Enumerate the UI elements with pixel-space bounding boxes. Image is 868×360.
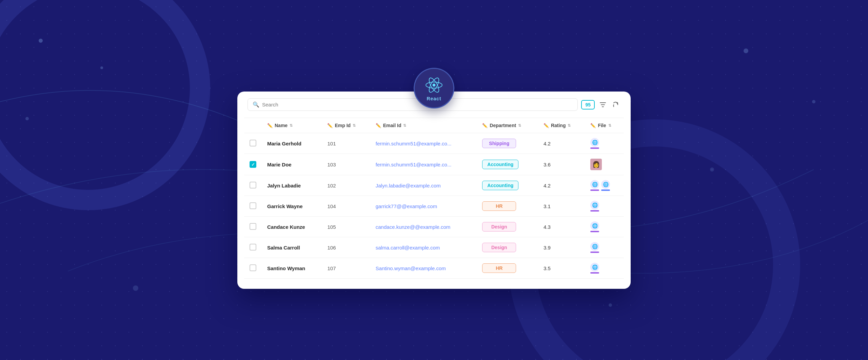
cell-emp-id: 102 (322, 175, 370, 196)
globe-icon: 🌐 (590, 201, 599, 209)
cell-file: 🌐 (585, 237, 624, 258)
email-link[interactable]: salma.carroll@example.com (376, 245, 440, 251)
cell-name: Salma Carroll (262, 237, 322, 258)
row-checkbox[interactable] (250, 264, 256, 271)
header-department: ✏️ Department ⇅ (477, 118, 538, 133)
refresh-button[interactable] (611, 100, 620, 109)
department-badge: HR (482, 201, 516, 211)
toolbar-right: 95 (581, 100, 620, 109)
row-checkbox[interactable] (250, 244, 256, 251)
sort-icon-name[interactable]: ⇅ (290, 123, 293, 128)
cell-email[interactable]: fermin.schumm51@example.co... (370, 133, 477, 154)
cell-email[interactable]: candace.kunze@@example.com (370, 217, 477, 237)
email-link[interactable]: fermin.schumm51@example.co... (376, 162, 452, 167)
cell-file: 🌐🌐 (585, 175, 624, 196)
svg-point-6 (133, 285, 138, 291)
file-icon-item[interactable]: 👩 (590, 159, 602, 170)
header-emp-id: ✏️ Emp Id ⇅ (322, 118, 370, 133)
cell-file: 🌐 (585, 217, 624, 237)
svg-point-5 (710, 167, 714, 172)
react-logo: React (414, 68, 454, 108)
file-icon-item[interactable]: 🌐 (601, 180, 610, 191)
table-row: Garrick Wayne104garrick77@@example.comHR… (244, 196, 624, 217)
sort-icon-file[interactable]: ⇅ (608, 123, 611, 128)
avatar: 👩 (590, 159, 602, 170)
react-logo-container: React (414, 68, 454, 108)
file-bar (590, 272, 599, 274)
react-icon (424, 75, 444, 95)
filter-button[interactable] (598, 100, 608, 109)
sort-icon-rating[interactable]: ⇅ (568, 123, 571, 128)
department-badge: Accounting (482, 181, 518, 190)
record-count-badge: 95 (581, 100, 595, 109)
cell-file: 🌐 (585, 133, 624, 154)
svg-point-1 (100, 66, 103, 69)
file-bar (590, 189, 599, 191)
file-bar (590, 210, 599, 212)
cell-name: Candace Kunze (262, 217, 322, 237)
header-rating: ✏️ Rating ⇅ (538, 118, 585, 133)
email-link[interactable]: candace.kunze@@example.com (376, 224, 451, 230)
cell-file: 🌐 (585, 196, 624, 217)
sort-icon-empid[interactable]: ⇅ (353, 123, 356, 128)
svg-point-0 (39, 39, 43, 43)
pencil-icon-email: ✏️ (376, 123, 381, 128)
cell-email[interactable]: garrick77@@example.com (370, 196, 477, 217)
pencil-icon-file: ✏️ (590, 123, 596, 128)
cell-rating: 3.1 (538, 196, 585, 217)
table-wrapper: ✏️ Name ⇅ ✏️ Emp Id ⇅ (237, 118, 631, 279)
cell-emp-id: 105 (322, 217, 370, 237)
department-badge: Design (482, 243, 516, 252)
cell-email[interactable]: salma.carroll@example.com (370, 237, 477, 258)
email-link[interactable]: Jalyn.labadie@example.com (376, 183, 441, 188)
table-row: Santino Wyman107Santino.wyman@example.co… (244, 258, 624, 279)
sort-icon-email[interactable]: ⇅ (403, 123, 406, 128)
svg-point-8 (433, 84, 436, 87)
email-link[interactable]: garrick77@@example.com (376, 203, 437, 209)
cell-rating: 4.2 (538, 133, 585, 154)
cell-emp-id: 101 (322, 133, 370, 154)
cell-name: Garrick Wayne (262, 196, 322, 217)
row-checkbox[interactable] (250, 161, 256, 168)
sort-icon-dept[interactable]: ⇅ (518, 123, 521, 128)
globe-icon: 🌐 (590, 138, 599, 147)
file-icon-item[interactable]: 🌐 (590, 201, 599, 212)
file-icon-item[interactable]: 🌐 (590, 242, 599, 253)
file-icon-item[interactable]: 🌐 (590, 138, 599, 149)
cell-email[interactable]: fermin.schumm51@example.co... (370, 154, 477, 175)
email-link[interactable]: Santino.wyman@example.com (376, 265, 446, 271)
cell-department: Design (477, 237, 538, 258)
header-file: ✏️ File ⇅ (585, 118, 624, 133)
cell-name: Santino Wyman (262, 258, 322, 279)
table-body: Maria Gerhold101fermin.schumm51@example.… (244, 133, 624, 279)
cell-department: Shipping (477, 133, 538, 154)
cell-name: Jalyn Labadie (262, 175, 322, 196)
row-checkbox[interactable] (250, 202, 256, 209)
cell-emp-id: 106 (322, 237, 370, 258)
row-checkbox[interactable] (250, 140, 256, 146)
file-icon-item[interactable]: 🌐 (590, 221, 599, 232)
file-bar (590, 252, 599, 253)
cell-department: Design (477, 217, 538, 237)
cell-email[interactable]: Santino.wyman@example.com (370, 258, 477, 279)
cell-department: Accounting (477, 175, 538, 196)
file-icon-item[interactable]: 🌐 (590, 263, 599, 274)
row-checkbox[interactable] (250, 223, 256, 230)
globe-icon: 🌐 (590, 221, 599, 230)
cell-rating: 3.9 (538, 237, 585, 258)
department-badge: Accounting (482, 160, 518, 169)
file-bar (601, 189, 610, 191)
globe-icon: 🌐 (601, 180, 610, 189)
react-label: React (427, 96, 441, 101)
header-checkbox-cell (244, 118, 262, 133)
pencil-icon-name: ✏️ (267, 123, 273, 128)
header-name: ✏️ Name ⇅ (262, 118, 322, 133)
cell-email[interactable]: Jalyn.labadie@example.com (370, 175, 477, 196)
cell-department: HR (477, 196, 538, 217)
row-checkbox[interactable] (250, 182, 256, 188)
search-input-wrapper: 🔍 (248, 98, 578, 111)
email-link[interactable]: fermin.schumm51@example.co... (376, 141, 452, 146)
table-row: Candace Kunze105candace.kunze@@example.c… (244, 217, 624, 237)
globe-icon: 🌐 (590, 242, 599, 251)
file-icon-item[interactable]: 🌐 (590, 180, 599, 191)
